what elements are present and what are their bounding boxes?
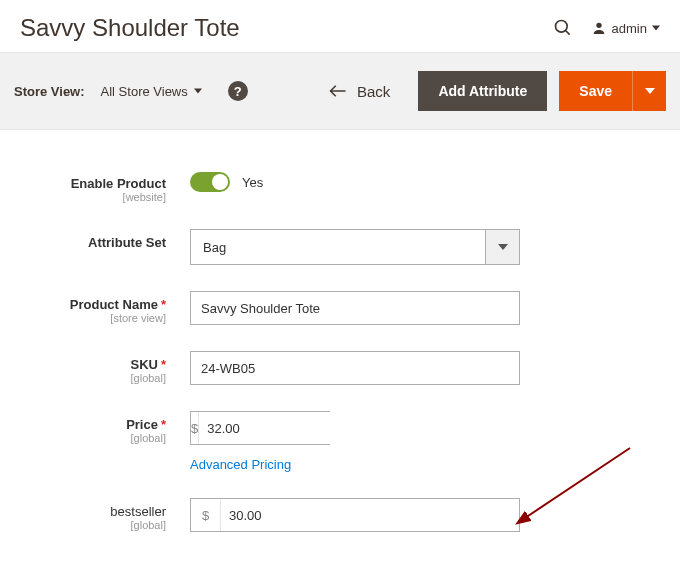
svg-point-2: [596, 23, 601, 28]
caret-down-icon: [194, 87, 202, 95]
add-attribute-button[interactable]: Add Attribute: [418, 71, 547, 111]
admin-menu[interactable]: admin: [591, 20, 660, 36]
currency-symbol: $: [191, 412, 199, 444]
caret-down-icon: [645, 86, 655, 96]
chevron-down-icon: [485, 230, 519, 264]
store-view-label: Store View:: [14, 84, 85, 99]
enable-product-value: Yes: [242, 175, 263, 190]
attribute-set-label: Attribute Set: [88, 235, 166, 250]
store-view-value: All Store Views: [101, 84, 188, 99]
price-scope: [global]: [40, 432, 166, 444]
svg-line-1: [565, 31, 569, 35]
enable-product-toggle[interactable]: [190, 172, 230, 192]
currency-symbol: $: [191, 499, 221, 531]
page-title: Savvy Shoulder Tote: [20, 14, 240, 42]
back-button[interactable]: Back: [313, 83, 406, 100]
bestseller-label: bestseller: [110, 504, 166, 519]
store-view-select[interactable]: All Store Views: [101, 84, 202, 99]
price-label: Price*: [126, 417, 166, 432]
svg-point-0: [555, 21, 567, 33]
save-button[interactable]: Save: [559, 71, 632, 111]
sku-input[interactable]: [190, 351, 520, 385]
attribute-set-value: Bag: [191, 230, 485, 264]
user-icon: [591, 20, 607, 36]
product-name-input[interactable]: [190, 291, 520, 325]
save-dropdown-button[interactable]: [632, 71, 666, 111]
admin-label: admin: [612, 21, 647, 36]
advanced-pricing-link[interactable]: Advanced Pricing: [190, 457, 291, 472]
toggle-knob: [212, 174, 228, 190]
enable-product-label: Enable Product: [71, 176, 166, 191]
bestseller-scope: [global]: [40, 519, 166, 531]
product-name-scope: [store view]: [40, 312, 166, 324]
price-input[interactable]: [199, 412, 383, 444]
caret-down-icon: [652, 24, 660, 32]
help-icon[interactable]: ?: [228, 81, 248, 101]
product-name-label: Product Name*: [70, 297, 166, 312]
arrow-left-icon: [329, 85, 347, 97]
enable-product-scope: [website]: [40, 191, 166, 203]
sku-scope: [global]: [40, 372, 166, 384]
attribute-set-select[interactable]: Bag: [190, 229, 520, 265]
back-label: Back: [357, 83, 390, 100]
sku-label: SKU*: [130, 357, 166, 372]
search-icon[interactable]: [553, 18, 573, 38]
bestseller-input[interactable]: [221, 499, 519, 531]
